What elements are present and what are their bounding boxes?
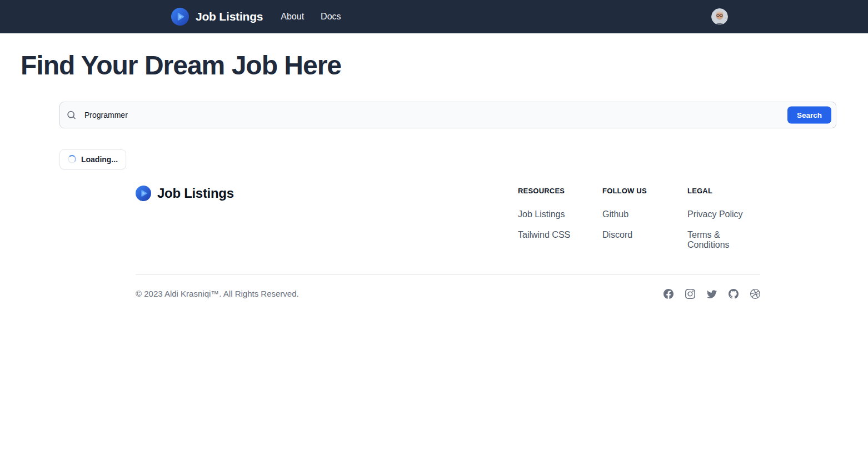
footer-brand[interactable]: Job Listings <box>136 186 234 201</box>
page-title: Find Your Dream Job Here <box>21 50 868 82</box>
brand-logo-icon <box>171 8 189 26</box>
nav-link-about[interactable]: About <box>281 12 304 22</box>
twitter-icon <box>707 289 717 299</box>
footer-column-heading: FOLLOW US <box>602 187 687 195</box>
search-input[interactable] <box>59 102 836 128</box>
copyright-text: © 2023 Aldi Krasniqi™. All Rights Reserv… <box>136 289 299 298</box>
user-avatar[interactable] <box>711 8 728 25</box>
footer-column-heading: RESOURCES <box>518 187 602 195</box>
footer: Job Listings RESOURCES Job Listings Tail… <box>0 186 868 299</box>
facebook-icon <box>664 289 674 299</box>
footer-column-heading: LEGAL <box>687 187 760 195</box>
footer-column-legal: LEGAL Privacy Policy Terms & Conditions <box>687 186 760 261</box>
social-link-facebook[interactable] <box>664 289 674 299</box>
footer-column-resources: RESOURCES Job Listings Tailwind CSS <box>518 186 602 261</box>
social-link-instagram[interactable] <box>685 289 695 299</box>
footer-column-follow-us: FOLLOW US Github Discord <box>602 186 687 261</box>
search-button[interactable]: Search <box>787 106 831 123</box>
social-link-dribbble[interactable] <box>750 289 760 299</box>
footer-link-job-listings[interactable]: Job Listings <box>518 209 565 219</box>
social-links <box>664 289 760 299</box>
navbar-brand[interactable]: Job Listings <box>171 8 263 26</box>
spinner-icon <box>68 155 76 163</box>
instagram-icon <box>685 289 695 299</box>
search-bar: Search <box>59 102 836 128</box>
footer-brand-logo-icon <box>136 186 151 201</box>
footer-link-github[interactable]: Github <box>602 209 628 219</box>
brand-title: Job Listings <box>196 10 263 23</box>
footer-link-terms-conditions[interactable]: Terms & Conditions <box>687 230 730 249</box>
loading-indicator: Loading... <box>59 149 126 169</box>
top-navbar: Job Listings About Docs <box>0 0 868 33</box>
navbar-links: About Docs <box>281 12 341 22</box>
footer-divider <box>136 274 760 275</box>
social-link-twitter[interactable] <box>707 289 717 299</box>
footer-link-discord[interactable]: Discord <box>602 230 632 239</box>
footer-link-privacy-policy[interactable]: Privacy Policy <box>687 209 743 219</box>
github-icon <box>729 289 739 299</box>
loading-label: Loading... <box>81 155 118 164</box>
social-link-github[interactable] <box>729 289 739 299</box>
dribbble-icon <box>750 289 760 299</box>
footer-link-tailwind-css[interactable]: Tailwind CSS <box>518 230 570 239</box>
footer-link-columns: RESOURCES Job Listings Tailwind CSS FOLL… <box>518 186 760 261</box>
nav-link-docs[interactable]: Docs <box>321 12 341 22</box>
avatar-photo-icon <box>711 8 728 25</box>
footer-brand-title: Job Listings <box>157 186 234 201</box>
